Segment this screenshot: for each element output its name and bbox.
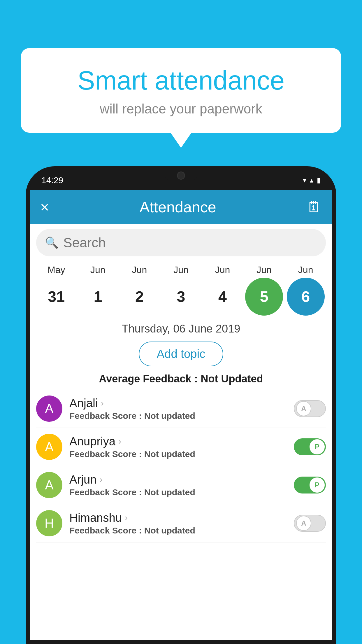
- student-item-arjun[interactable]: A Arjun › Feedback Score : Not updated P: [36, 466, 326, 504]
- signal-icon: ▴: [310, 176, 313, 184]
- toggle-anjali[interactable]: A: [294, 400, 326, 417]
- student-list: A Anjali › Feedback Score : Not updated …: [30, 390, 332, 542]
- cal-day-1[interactable]: 1: [79, 278, 117, 316]
- student-name-arjun: Arjun ›: [69, 473, 287, 486]
- feedback-score-anupriya: Feedback Score : Not updated: [69, 449, 287, 459]
- student-name-anjali: Anjali ›: [69, 397, 287, 410]
- status-bar: 14:29 ▾ ▴ ▮: [30, 170, 332, 190]
- cal-day-3[interactable]: 3: [162, 278, 200, 316]
- cal-day-31[interactable]: 31: [37, 278, 75, 316]
- search-icon: 🔍: [45, 236, 59, 249]
- phone-screen: × Attendance 🗓 🔍 May Jun Jun Jun Jun Jun…: [30, 190, 332, 640]
- calendar-icon[interactable]: 🗓: [307, 198, 322, 216]
- student-name-anupriya: Anupriya ›: [69, 435, 287, 448]
- cal-day-5[interactable]: 5: [245, 278, 283, 316]
- bubble-title: Smart attendance: [36, 66, 326, 96]
- camera: [177, 172, 185, 180]
- notch: [164, 170, 198, 181]
- feedback-score-himanshu: Feedback Score : Not updated: [69, 526, 287, 536]
- avatar-arjun: A: [36, 472, 62, 498]
- calendar-strip: May Jun Jun Jun Jun Jun Jun 31 1 2 3 4 5…: [30, 262, 332, 318]
- cal-month-3: Jun: [162, 265, 200, 275]
- avg-feedback: Average Feedback : Not Updated: [30, 371, 332, 390]
- app-bar-title: Attendance: [58, 198, 298, 216]
- chevron-icon: ›: [99, 475, 102, 484]
- toggle-thumb-arjun: P: [310, 477, 325, 493]
- toggle-anupriya[interactable]: P: [294, 438, 326, 455]
- student-item-anupriya[interactable]: A Anupriya › Feedback Score : Not update…: [36, 428, 326, 466]
- status-time: 14:29: [41, 175, 63, 185]
- student-info-himanshu: Himanshu › Feedback Score : Not updated: [69, 511, 287, 536]
- cal-day-2[interactable]: 2: [120, 278, 158, 316]
- search-input[interactable]: [63, 235, 317, 251]
- selected-date-label: Thursday, 06 June 2019: [30, 318, 332, 337]
- chevron-icon: ›: [118, 436, 121, 446]
- cal-day-4[interactable]: 4: [204, 278, 242, 316]
- speech-bubble: Smart attendance will replace your paper…: [21, 48, 341, 133]
- calendar-days: 31 1 2 3 4 5 6: [34, 275, 328, 318]
- status-icons: ▾ ▴ ▮: [303, 176, 321, 184]
- cal-month-4: Jun: [204, 265, 242, 275]
- calendar-months: May Jun Jun Jun Jun Jun Jun: [34, 265, 328, 275]
- cal-month-2: Jun: [120, 265, 158, 275]
- battery-icon: ▮: [317, 176, 321, 184]
- cal-day-6[interactable]: 6: [287, 278, 325, 316]
- close-icon[interactable]: ×: [40, 198, 49, 216]
- toggle-arjun[interactable]: P: [294, 477, 326, 494]
- feedback-score-anjali: Feedback Score : Not updated: [69, 411, 287, 421]
- avg-feedback-label: Average Feedback :: [99, 373, 198, 385]
- avatar-anjali: A: [36, 396, 62, 422]
- student-name-himanshu: Himanshu ›: [69, 511, 287, 524]
- wifi-icon: ▾: [303, 176, 306, 184]
- student-item-anjali[interactable]: A Anjali › Feedback Score : Not updated …: [36, 390, 326, 428]
- chevron-icon: ›: [125, 513, 128, 523]
- toggle-thumb-anupriya: P: [310, 439, 325, 454]
- bubble-subtitle: will replace your paperwork: [36, 101, 326, 117]
- student-info-arjun: Arjun › Feedback Score : Not updated: [69, 473, 287, 497]
- cal-month-1: Jun: [79, 265, 117, 275]
- feedback-score-arjun: Feedback Score : Not updated: [69, 487, 287, 497]
- student-info-anjali: Anjali › Feedback Score : Not updated: [69, 397, 287, 421]
- avatar-himanshu: H: [36, 510, 62, 536]
- add-topic-button[interactable]: Add topic: [139, 342, 224, 366]
- cal-month-0: May: [37, 265, 75, 275]
- student-item-himanshu[interactable]: H Himanshu › Feedback Score : Not update…: [36, 504, 326, 542]
- phone-frame: 14:29 ▾ ▴ ▮ × Attendance 🗓 🔍 May Jun J: [26, 166, 336, 644]
- student-info-anupriya: Anupriya › Feedback Score : Not updated: [69, 435, 287, 459]
- toggle-thumb-anjali: A: [296, 401, 311, 416]
- chevron-icon: ›: [101, 398, 104, 408]
- search-bar[interactable]: 🔍: [36, 229, 326, 256]
- avg-feedback-value: Not Updated: [201, 373, 263, 385]
- cal-month-5: Jun: [245, 265, 283, 275]
- cal-month-6: Jun: [287, 265, 325, 275]
- toggle-himanshu[interactable]: A: [294, 515, 326, 532]
- toggle-thumb-himanshu: A: [296, 516, 311, 531]
- app-bar: × Attendance 🗓: [30, 190, 332, 224]
- avatar-anupriya: A: [36, 434, 62, 460]
